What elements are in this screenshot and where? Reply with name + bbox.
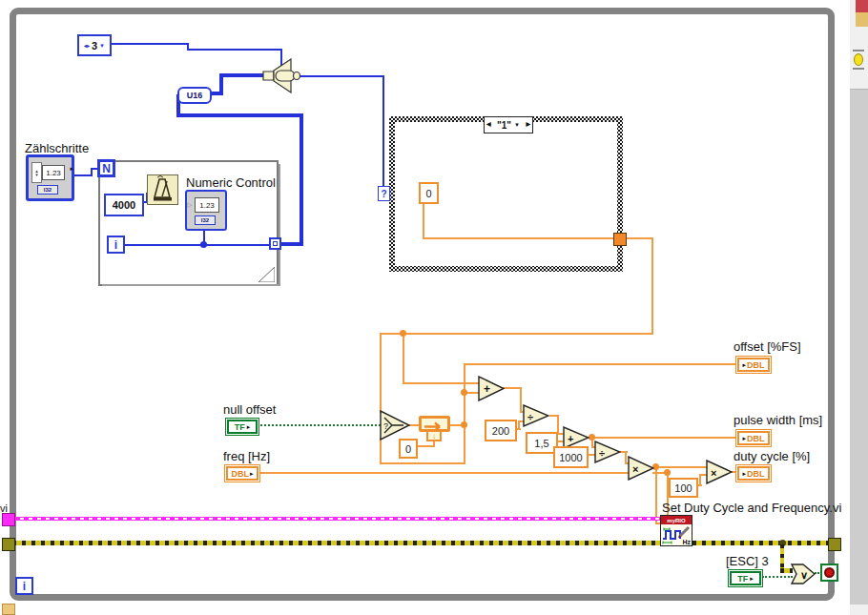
wire-error-branch-v [780,544,784,571]
constant-100[interactable]: 100 [669,478,698,498]
select-node[interactable]: ? [380,410,410,441]
iterator-label: i [114,238,117,252]
tf-text: TF [235,422,245,432]
wait-ms-metronome-icon[interactable] [147,174,178,205]
case-constant-0[interactable]: 0 [419,182,439,204]
clipped-label-fragment: vi [0,502,8,514]
multiply-glyph: × [632,463,638,475]
clipped-icon-fragment [2,604,15,615]
freq-control[interactable]: DBL ▸ [224,464,260,482]
pulse-width-label: pulse width [ms] [734,413,822,427]
for-loop-iteration-terminal[interactable]: i [107,236,125,254]
lightbulb-icon[interactable] [854,53,863,66]
wire-error-right [692,541,836,545]
for-loop-count-terminal[interactable]: N [97,159,115,177]
case-dropdown-icon[interactable]: ▼ [514,122,520,128]
wire-offset-h [464,363,736,365]
wire-esc [762,576,793,578]
vertical-scrollbar-thumb[interactable] [850,89,868,605]
add-glyph: + [484,382,490,396]
wire-mul1-out [653,466,708,468]
iterator-label: i [23,580,26,593]
wire-nulloffset [257,424,381,426]
constant-200[interactable]: 200 [485,420,517,441]
wire-case0-h [423,237,615,239]
feedback-init-constant[interactable]: 0 [399,439,418,459]
for-loop-index-tunnel[interactable] [269,237,281,250]
junction-case-value [400,330,406,337]
duty-cycle-label: duty cycle [%] [734,449,810,463]
dbl-text: DBL [747,469,765,479]
clipped-toolbar-icon-tan [856,12,868,27]
divide-node-2[interactable]: ÷ [594,441,621,463]
error-output-tunnel[interactable] [828,538,841,551]
u16-conversion-node[interactable]: U16 [177,87,212,104]
cluster-input-tunnel[interactable] [2,513,15,526]
constant-1000-value: 1000 [559,452,582,463]
enum-value: 3 [92,40,97,51]
case-prev-icon[interactable]: ◀ [486,120,491,127]
dbl-text: DBL [747,360,765,370]
numeric-control-indicator[interactable]: ▷ 1.23 I32 [185,190,227,231]
error-input-tunnel[interactable] [2,538,15,551]
constant-100-value: 100 [674,482,692,494]
constant-200-value: 200 [492,425,509,437]
loop-condition-terminal[interactable] [820,564,838,582]
wait-ms-constant[interactable]: 4000 [104,194,144,216]
wire-funnel-out-v [382,75,384,188]
offset-label: offset [%FS] [734,339,801,354]
multiply-node-2[interactable]: × [706,460,733,484]
case-selector-value: "1" [497,120,511,131]
funnel-node[interactable] [261,58,301,93]
wire-u16-funnel-h [219,73,267,77]
or-glyph: ∨ [800,569,808,581]
wire-feedback-v [464,363,465,463]
feedback-init-value: 0 [405,443,411,455]
while-loop-iteration-terminal[interactable]: i [15,577,33,595]
output-arrow-icon: ▸ [70,165,73,173]
zahlschritte-control[interactable]: ▴ ▾ 1.23 I32 ▸ [26,154,74,201]
zahlschritte-display[interactable]: 1.23 [42,165,65,180]
wire-array-h2 [176,113,303,117]
case-selector-label[interactable]: ◀ "1" ▼ ▶ [484,116,533,133]
case-selector-terminal[interactable]: ? [378,186,390,201]
wire-select-f-v [380,438,382,464]
enum-dropdown-icon[interactable]: ▼ [99,43,105,49]
case-next-icon[interactable]: ▶ [526,120,530,127]
wire-iter-h [125,244,272,246]
enum-arrows-icon[interactable]: ◂▸ [84,42,90,49]
dbl-text: DBL [231,469,249,479]
constant-1000[interactable]: 1000 [553,446,589,468]
multiply-node-1[interactable]: × [628,456,654,481]
numeric-control-display[interactable]: 1.23 [195,197,219,213]
add-glyph: + [568,433,573,444]
null-offset-control[interactable]: TF ▸ [225,418,259,436]
subvi-icon[interactable]: myRIO Hz [660,515,692,546]
wire-error-left [12,541,662,545]
or-node[interactable]: ∨ [791,564,816,584]
output-arrow-icon: ▸ [250,470,254,478]
spin-down-icon[interactable]: ▾ [35,173,38,176]
block-diagram-canvas[interactable]: ◀ "1" ▼ ▶ [0,0,868,615]
feedback-initializer[interactable]: ↓ [426,430,442,441]
duty-cycle-indicator[interactable]: ▸ DBL [735,464,772,482]
multiply-glyph: × [711,467,716,479]
wire-case0-v [423,200,424,239]
add-node-1[interactable]: + [478,376,505,401]
null-offset-label: null offset [223,402,276,417]
case-output-tunnel[interactable] [613,233,627,246]
esc-control[interactable]: TF ▸ [728,569,763,587]
wait-ms-value: 4000 [113,199,135,211]
hz-label: Hz [682,539,691,545]
numeric-control-type: I32 [195,215,216,225]
subvi-label: Set Duty Cycle and Frequency.vi [662,501,841,515]
divide-node-1[interactable]: ÷ [523,404,549,427]
junction-feedback-out [461,421,467,428]
wire-caseout-v [651,237,653,334]
wire-enum-h [108,43,189,45]
constant-1-5-value: 1,5 [534,438,548,449]
offset-indicator[interactable]: ▸ DBL [735,356,772,374]
clipped-icon-line-bottom [853,68,864,70]
pulse-width-indicator[interactable]: ▸ DBL [735,429,772,447]
enum-constant[interactable]: ◂▸ 3 ▼ [77,34,112,56]
